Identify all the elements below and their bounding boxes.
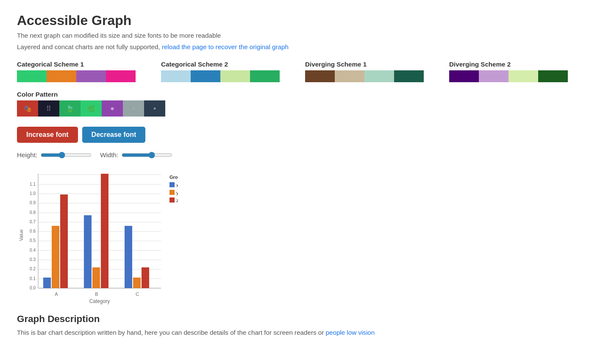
- increase-font-button[interactable]: Increase font: [17, 127, 78, 143]
- page-title: Accessible Graph: [17, 13, 586, 28]
- svg-text:0.7: 0.7: [30, 220, 36, 224]
- swatch-2-3[interactable]: [394, 70, 424, 82]
- svg-text:0.3: 0.3: [30, 257, 36, 262]
- svg-text:0.8: 0.8: [30, 210, 36, 215]
- swatch-1-1[interactable]: [191, 70, 220, 82]
- graph-description-before: This is bar chart description written by…: [17, 329, 324, 336]
- pattern-swatch-4[interactable]: ●: [102, 100, 123, 117]
- svg-text:x: x: [176, 183, 178, 188]
- height-slider[interactable]: [41, 152, 92, 158]
- color-scheme-title-1: Categorical Scheme 2: [161, 61, 280, 68]
- swatch-3-0[interactable]: [449, 70, 479, 82]
- width-label: Width:: [100, 151, 118, 158]
- svg-text:B: B: [95, 292, 98, 297]
- swatch-0-2[interactable]: [76, 70, 106, 82]
- svg-text:C: C: [136, 292, 139, 297]
- svg-text:Category: Category: [89, 298, 110, 304]
- pattern-swatch-3[interactable]: 🌿: [81, 100, 102, 117]
- graph-description-title: Graph Description: [17, 314, 586, 325]
- swatch-1-2[interactable]: [220, 70, 250, 82]
- sliders-row: Height: Width:: [17, 151, 586, 158]
- height-label: Height:: [17, 151, 37, 158]
- svg-rect-29: [43, 278, 51, 288]
- color-pattern-swatches: 🎭⠿🍃🌿●·▪: [17, 100, 586, 117]
- decrease-font-button[interactable]: Decrease font: [82, 127, 146, 143]
- font-buttons-row: Increase font Decrease font: [17, 127, 586, 143]
- swatch-1-3[interactable]: [250, 70, 280, 82]
- svg-text:1.0: 1.0: [30, 191, 36, 196]
- svg-rect-32: [84, 215, 92, 288]
- pattern-swatch-5[interactable]: ·: [123, 100, 144, 117]
- width-slider[interactable]: [122, 152, 172, 158]
- svg-text:z: z: [176, 198, 178, 203]
- svg-rect-31: [60, 195, 68, 288]
- graph-description-text: This is bar chart description written by…: [17, 328, 586, 338]
- chart-container: 0.0 0.1 0.2 0.3 0.4 0.5 0.6 0.7 0.8 0.9 …: [17, 165, 178, 305]
- page-subtitle: The next graph can modified its size and…: [17, 32, 586, 39]
- svg-text:0.9: 0.9: [30, 200, 36, 205]
- color-swatches-0: [17, 70, 136, 82]
- swatch-0-3[interactable]: [106, 70, 136, 82]
- color-scheme-0: Categorical Scheme 1: [17, 61, 136, 82]
- swatch-2-0[interactable]: [305, 70, 335, 82]
- graph-description-link[interactable]: people low vision: [326, 329, 375, 336]
- height-slider-group: Height:: [17, 151, 92, 158]
- swatch-3-3[interactable]: [538, 70, 568, 82]
- swatch-3-1[interactable]: [479, 70, 509, 82]
- color-schemes-container: Categorical Scheme 1Categorical Scheme 2…: [17, 61, 586, 82]
- swatch-3-2[interactable]: [509, 70, 538, 82]
- color-pattern-section: Color Pattern 🎭⠿🍃🌿●·▪: [17, 91, 586, 117]
- color-scheme-2: Diverging Scheme 1: [305, 61, 424, 82]
- page-warning: Layered and concat charts are not fully …: [17, 43, 586, 50]
- svg-text:0.4: 0.4: [30, 248, 36, 253]
- svg-text:0.5: 0.5: [30, 238, 36, 243]
- svg-rect-37: [142, 267, 149, 288]
- swatch-0-0[interactable]: [17, 70, 47, 82]
- pattern-swatch-0[interactable]: 🎭: [17, 100, 38, 117]
- color-swatches-3: [449, 70, 568, 82]
- pattern-swatch-2[interactable]: 🍃: [59, 100, 81, 117]
- svg-rect-36: [133, 278, 141, 288]
- warning-link[interactable]: reload the page to recover the original …: [162, 43, 289, 50]
- width-slider-group: Width:: [100, 151, 172, 158]
- color-scheme-title-2: Diverging Scheme 1: [305, 61, 424, 68]
- svg-text:A: A: [55, 292, 58, 297]
- color-swatches-1: [161, 70, 280, 82]
- svg-text:0.6: 0.6: [30, 229, 36, 233]
- svg-rect-34: [101, 174, 108, 288]
- graph-description-section: Graph Description This is bar chart desc…: [17, 314, 586, 338]
- svg-text:0.2: 0.2: [30, 267, 36, 271]
- svg-rect-30: [52, 226, 59, 288]
- svg-rect-49: [170, 190, 175, 195]
- swatch-2-2[interactable]: [364, 70, 394, 82]
- color-swatches-2: [305, 70, 424, 82]
- svg-text:Value: Value: [19, 229, 24, 241]
- color-scheme-1: Categorical Scheme 2: [161, 61, 280, 82]
- svg-text:0.1: 0.1: [30, 276, 36, 281]
- svg-text:0.0: 0.0: [30, 286, 36, 290]
- svg-text:1.1: 1.1: [30, 182, 36, 186]
- swatch-2-1[interactable]: [335, 70, 364, 82]
- color-pattern-title: Color Pattern: [17, 91, 586, 98]
- svg-rect-47: [170, 182, 175, 187]
- svg-rect-35: [125, 226, 132, 288]
- swatch-0-1[interactable]: [47, 70, 76, 82]
- bar-chart: 0.0 0.1 0.2 0.3 0.4 0.5 0.6 0.7 0.8 0.9 …: [17, 165, 178, 305]
- svg-text:y: y: [176, 190, 178, 195]
- swatch-1-0[interactable]: [161, 70, 191, 82]
- color-scheme-3: Diverging Scheme 2: [449, 61, 568, 82]
- pattern-swatch-1[interactable]: ⠿: [38, 100, 59, 117]
- pattern-swatch-6[interactable]: ▪: [144, 100, 165, 117]
- svg-rect-33: [92, 267, 100, 288]
- color-scheme-title-3: Diverging Scheme 2: [449, 61, 568, 68]
- svg-rect-51: [170, 197, 175, 203]
- color-scheme-title-0: Categorical Scheme 1: [17, 61, 136, 68]
- svg-text:Group: Group: [170, 175, 178, 180]
- warning-text: Layered and concat charts are not fully …: [17, 43, 160, 50]
